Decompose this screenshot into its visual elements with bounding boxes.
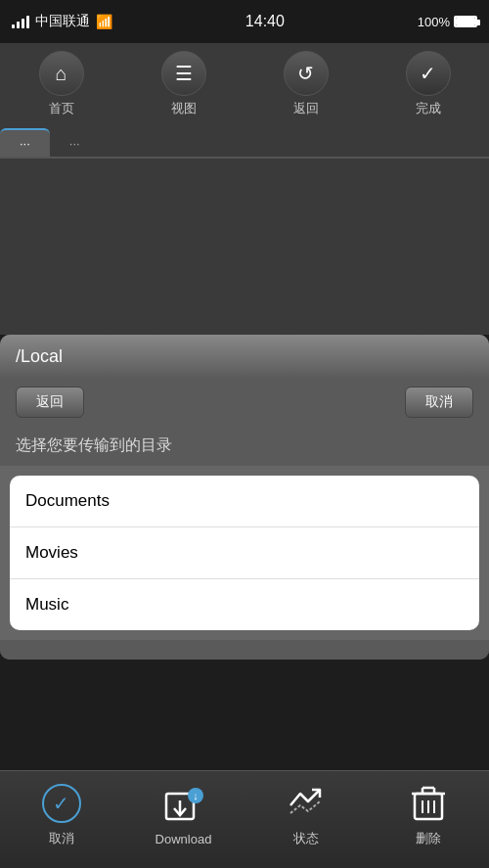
download-icon-wrapper: ↓ [162, 784, 205, 827]
modal-footer-space [0, 640, 489, 660]
battery-label: 100% [418, 15, 450, 29]
tab-1-label: ··· [20, 136, 30, 151]
nav-item-done[interactable]: ✓ 完成 [406, 51, 451, 117]
tab-2-label: ··· [69, 136, 80, 151]
modal-subtitle: 选择您要传输到的目录 [0, 426, 489, 466]
nav-label-home: 首页 [49, 100, 74, 117]
status-arrow-icon [287, 784, 326, 823]
signal-icon [12, 15, 29, 28]
bottom-item-status[interactable]: 状态 [244, 782, 367, 847]
tab-2[interactable]: ··· [50, 130, 100, 157]
modal-back-button[interactable]: 返回 [16, 387, 84, 418]
status-right: 100% [418, 15, 477, 29]
modal-title: /Local [16, 346, 63, 367]
bottom-label-delete: 删除 [416, 830, 441, 847]
modal-header: /Local [0, 335, 489, 379]
dir-item-documents-label: Documents [25, 491, 110, 510]
bottom-label-download: Download [156, 832, 212, 846]
delete-icon-wrapper [407, 782, 450, 825]
bottom-label-status: 状态 [293, 830, 319, 847]
dir-item-music-label: Music [25, 595, 68, 614]
nav-item-view[interactable]: ☰ 视图 [161, 51, 206, 117]
svg-text:↓: ↓ [193, 790, 199, 801]
dir-item-music[interactable]: Music [10, 579, 479, 630]
nav-label-view: 视图 [171, 100, 197, 117]
clock: 14:40 [245, 13, 285, 30]
modal-cancel-button[interactable]: 取消 [405, 387, 473, 418]
bottom-toolbar: ✓ 取消 ↓ Download 状态 [0, 770, 489, 868]
status-left: 中国联通 📶 [12, 13, 112, 30]
cancel-circle-icon: ✓ [42, 784, 81, 823]
modal-toolbar: 返回 取消 [0, 379, 489, 426]
directory-list: Documents Movies Music [10, 476, 479, 630]
done-icon: ✓ [406, 51, 451, 96]
nav-item-home[interactable]: ⌂ 首页 [39, 51, 84, 117]
tabs-strip: ··· ··· [0, 129, 489, 159]
battery-fill [456, 18, 475, 25]
modal-dialog: /Local 返回 取消 选择您要传输到的目录 Documents Movies… [0, 335, 489, 660]
dir-item-movies[interactable]: Movies [10, 527, 479, 579]
bottom-label-cancel: 取消 [49, 830, 74, 847]
bottom-item-delete[interactable]: 删除 [367, 782, 489, 847]
home-icon: ⌂ [39, 51, 84, 96]
modal-backdrop: /Local 返回 取消 选择您要传输到的目录 Documents Movies… [0, 335, 489, 814]
status-bar: 中国联通 📶 14:40 100% [0, 0, 489, 43]
cancel-icon-wrapper: ✓ [40, 782, 83, 825]
status-icon-wrapper [285, 782, 328, 825]
dir-item-movies-label: Movies [25, 543, 78, 562]
view-icon: ☰ [161, 51, 206, 96]
trash-icon [411, 784, 446, 823]
dir-item-documents[interactable]: Documents [10, 476, 479, 527]
download-icon: ↓ [164, 786, 203, 825]
back-icon: ↺ [284, 51, 329, 96]
nav-label-back: 返回 [293, 100, 319, 117]
battery-icon [454, 16, 477, 27]
wifi-icon: 📶 [96, 14, 112, 29]
nav-item-back[interactable]: ↺ 返回 [284, 51, 329, 117]
bottom-item-download[interactable]: ↓ Download [122, 784, 244, 846]
carrier-label: 中国联通 [35, 13, 90, 30]
bottom-item-cancel[interactable]: ✓ 取消 [0, 782, 122, 847]
top-nav: ⌂ 首页 ☰ 视图 ↺ 返回 ✓ 完成 [0, 43, 489, 129]
tab-1[interactable]: ··· [0, 128, 50, 157]
nav-label-done: 完成 [416, 100, 441, 117]
content-area: /Local 返回 取消 选择您要传输到的目录 Documents Movies… [0, 159, 489, 811]
